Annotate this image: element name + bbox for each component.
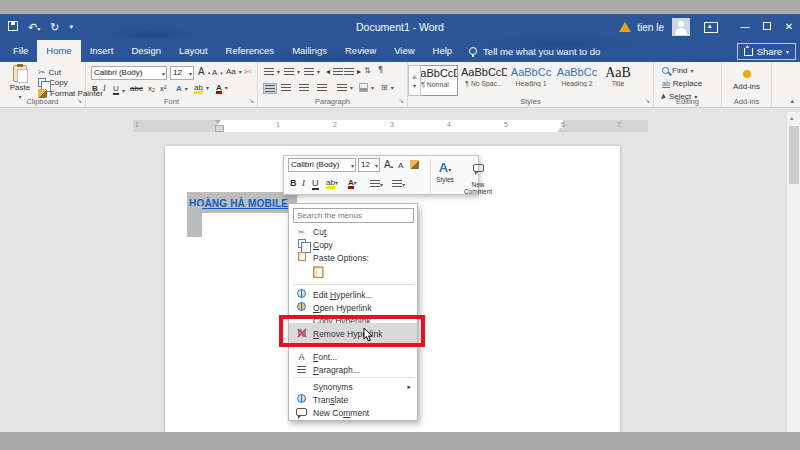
shrink-font-button[interactable]: A▾ [212,68,223,77]
sort-button[interactable]: ⇅ [364,66,371,75]
text-effects-button[interactable]: A▾ [176,84,188,93]
selected-hyperlink-text[interactable]: HOÀNG HÀ MOBILE [187,192,297,213]
strikethrough-button[interactable]: abc [130,84,143,93]
addins-button[interactable]: Add-ins [722,82,771,91]
mini-underline-button[interactable]: U [312,178,319,190]
scroll-up-arrow[interactable]: ▴ [790,114,794,122]
font-family-combo[interactable]: Calibri (Body)▾ [91,66,167,80]
cut-button[interactable]: ✂Cut [38,67,61,77]
show-hide-pilcrow-button[interactable]: ¶ [378,66,383,75]
bullets-button[interactable]: ▾ [264,68,280,75]
tab-home[interactable]: Home [37,40,80,62]
underline-button[interactable]: U [113,84,119,95]
mini-bullets-button[interactable]: ▾ [370,179,383,189]
mini-highlight-button[interactable]: ab▾ [326,177,338,187]
menu-item-new-comment[interactable]: New Comment [289,406,417,419]
share-button[interactable]: Share ▾ [737,43,796,60]
grow-font-button[interactable]: A▴ [198,66,210,77]
styles-dialog-launcher[interactable]: ↘ [644,97,650,105]
mini-new-comment-button[interactable]: New Comment [460,158,496,193]
style-heading-1[interactable]: AaBbCc Heading 1 [509,65,553,96]
menu-item-paste-keep-formatting[interactable] [289,264,417,282]
horizontal-ruler[interactable]: 1 1 2 3 4 5 6 7 [133,120,648,132]
menu-item-translate[interactable]: Translate [289,393,417,406]
collapse-ribbon-button[interactable]: ▴ [790,97,794,105]
minimize-button[interactable]: — [734,14,756,40]
subscript-button[interactable]: x₂ [148,84,155,93]
italic-button[interactable]: I [103,84,106,93]
tab-view[interactable]: View [385,40,423,62]
paste-button[interactable]: Paste ▾ [6,65,34,100]
align-center-button[interactable] [281,84,291,91]
tab-file[interactable]: File [4,40,37,62]
ribbon-display-options-button[interactable] [704,22,718,33]
change-case-button[interactable]: Aa▾ [226,67,242,76]
find-button[interactable]: Find▾ [662,66,694,75]
mini-font-size-combo[interactable]: 12▾ [358,158,380,172]
font-color-button[interactable]: A▾ [216,83,228,92]
undo-button[interactable]: ↶▾ [28,21,40,34]
mini-shrink-font-button[interactable]: A [398,161,403,170]
bold-button[interactable]: B [92,84,98,93]
menu-item-open-hyperlink[interactable]: Open Hyperlink [289,301,417,314]
mini-bold-button[interactable]: B [290,178,297,188]
tab-help[interactable]: Help [424,40,462,62]
menu-item-edit-hyperlink[interactable]: Edit Hyperlink... [289,288,417,301]
styles-more-button[interactable]: ≡▾ [408,65,421,96]
mini-font-color-button[interactable]: A▾ [348,177,357,187]
maximize-button[interactable] [756,14,778,40]
justify-button[interactable] [317,84,327,91]
tab-references[interactable]: References [217,40,284,62]
mini-grow-font-button[interactable]: A▴ [384,159,393,170]
menu-search-input[interactable] [293,208,414,223]
shading-button[interactable]: ▾ [359,83,374,92]
underline-dropdown[interactable]: ▾ [122,87,125,94]
increase-indent-button[interactable]: ▸ [344,67,361,76]
mini-styles-button[interactable]: A▾ Styles [432,158,458,193]
mini-italic-button[interactable]: I [302,178,305,188]
close-button[interactable]: ✕ [778,14,800,40]
line-spacing-button[interactable]: ▾ [337,84,353,91]
style-no-spacing[interactable]: AaBbCcD ¶ No Spac... [461,65,507,96]
menu-item-copy[interactable]: Copy [289,238,417,251]
decrease-indent-button[interactable]: ◂ [326,67,343,76]
paragraph-dialog-launcher[interactable]: ↘ [398,97,404,105]
tell-me-box[interactable]: Tell me what you want to do [461,40,608,62]
replace-button[interactable]: abReplace [662,79,702,88]
mini-format-painter-button[interactable] [410,160,419,171]
right-indent-marker[interactable] [557,127,565,132]
clear-formatting-button[interactable]: ✄ [244,67,252,77]
style-heading-2[interactable]: AaBbCc Heading 2 [555,65,599,96]
tab-layout[interactable]: Layout [170,40,217,62]
align-left-button[interactable] [263,83,277,94]
numbering-button[interactable]: ▾ [284,68,300,75]
tab-review[interactable]: Review [336,40,385,62]
clipboard-dialog-launcher[interactable]: ↘ [76,97,82,105]
menu-item-cut[interactable]: ✂ Cut [289,225,417,238]
tab-design[interactable]: Design [122,40,170,62]
tab-mailings[interactable]: Mailings [283,40,336,62]
style-title[interactable]: AaB Title [601,65,635,96]
mini-font-family-combo[interactable]: Calibri (Body)▾ [288,158,356,172]
menu-item-paragraph[interactable]: Paragraph... [289,363,417,376]
highlight-color-button[interactable]: ab▾ [194,83,209,92]
hyperlink[interactable]: HOÀNG HÀ MOBILE [189,198,288,209]
left-indent-marker[interactable] [214,120,223,132]
vertical-scrollbar[interactable]: ▴ [786,112,800,432]
borders-button[interactable]: ⊞▾ [381,83,394,92]
multilevel-list-button[interactable]: ▾ [304,68,320,75]
font-dialog-launcher[interactable]: ↘ [248,97,254,105]
mini-numbering-button[interactable]: ▾ [392,179,405,189]
scrollbar-thumb[interactable] [789,126,799,184]
superscript-button[interactable]: x² [160,84,167,93]
font-size-combo[interactable]: 12▾ [170,66,194,80]
tab-insert[interactable]: Insert [81,40,123,62]
redo-button[interactable]: ↻ [50,21,59,34]
customize-qat-button[interactable]: ▾ [69,23,73,31]
align-right-button[interactable] [299,84,309,91]
save-button[interactable] [8,21,18,33]
menu-item-synonyms[interactable]: Synonyms ▸ [289,380,417,393]
menu-item-font[interactable]: A Font... [289,350,417,363]
copy-button[interactable]: Copy [38,78,68,87]
avatar[interactable] [672,18,690,36]
